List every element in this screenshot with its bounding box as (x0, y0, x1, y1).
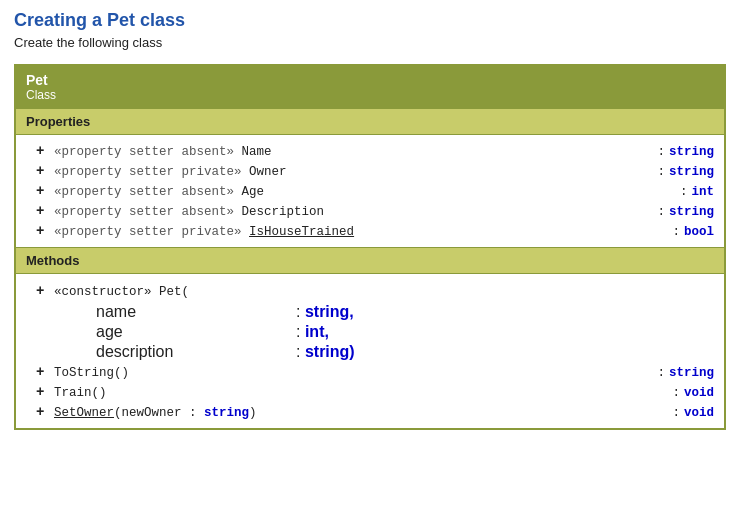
return-type: : void (672, 386, 714, 400)
type-keyword: string (669, 205, 714, 219)
method-return-row: + ToString() : string (16, 362, 724, 382)
property-type: : string (657, 165, 714, 179)
visibility-icon: + (36, 404, 46, 420)
method-name-underline: SetOwner (54, 406, 114, 420)
property-row: + «property setter absent» Name : string (16, 141, 724, 161)
stereotype-label: «property setter absent» (54, 185, 234, 199)
property-type: : bool (672, 225, 714, 239)
methods-body: + «constructor» Pet( name : string, age … (15, 274, 725, 430)
stereotype-label: «property setter absent» (54, 145, 234, 159)
visibility-icon: + (36, 283, 46, 299)
method-signature: ToString() (54, 366, 657, 380)
stereotype-label: «property setter private» (54, 165, 242, 179)
method-params-inline: (newOwner : (114, 406, 204, 420)
param-line: description : string) (96, 342, 724, 362)
page-subtitle: Create the following class (14, 35, 726, 50)
method-return-row: + SetOwner(newOwner : string) : void (16, 402, 724, 422)
class-diagram: Pet Class Properties + «property setter … (14, 64, 726, 430)
method-close: ) (249, 406, 257, 420)
property-definition: «property setter private» IsHouseTrained (54, 225, 672, 239)
colon: : (657, 165, 665, 179)
method-block: + SetOwner(newOwner : string) : void (16, 402, 724, 422)
visibility-icon: + (36, 163, 46, 179)
param-name: age (96, 323, 296, 341)
properties-body: + «property setter absent» Name : string… (15, 135, 725, 248)
param-type: string, (305, 303, 354, 321)
type-keyword: string (669, 145, 714, 159)
property-definition: «property setter absent» Age (54, 185, 680, 199)
class-type: Class (26, 88, 714, 102)
properties-header: Properties (15, 109, 725, 135)
property-row: + «property setter private» IsHouseTrain… (16, 221, 724, 241)
property-definition: «property setter absent» Description (54, 205, 657, 219)
colon: : (296, 303, 300, 321)
visibility-icon: + (36, 223, 46, 239)
visibility-icon: + (36, 384, 46, 400)
property-type: : string (657, 205, 714, 219)
property-row: + «property setter absent» Age : int (16, 181, 724, 201)
method-row: + «constructor» Pet( (16, 280, 724, 302)
type-keyword: void (684, 406, 714, 420)
colon: : (657, 145, 665, 159)
param-type: string) (305, 343, 355, 361)
property-definition: «property setter private» Owner (54, 165, 657, 179)
type-keyword: int (691, 185, 714, 199)
property-row: + «property setter private» Owner : stri… (16, 161, 724, 181)
return-type: : void (672, 406, 714, 420)
type-keyword: bool (684, 225, 714, 239)
type-keyword: string (669, 165, 714, 179)
param-line: age : int, (96, 322, 724, 342)
colon: : (672, 406, 680, 420)
method-signature: Train() (54, 386, 672, 400)
visibility-icon: + (36, 203, 46, 219)
colon: : (672, 386, 680, 400)
param-type: int, (305, 323, 329, 341)
colon: : (296, 323, 300, 341)
param-name: description (96, 343, 296, 361)
colon: : (657, 366, 665, 380)
visibility-icon: + (36, 364, 46, 380)
colon: : (672, 225, 680, 239)
stereotype-label: «property setter private» (54, 225, 242, 239)
method-signature: «constructor» Pet( (54, 285, 189, 299)
property-type: : string (657, 145, 714, 159)
method-block: + Train() : void (16, 382, 724, 402)
colon: : (296, 343, 300, 361)
visibility-icon: + (36, 183, 46, 199)
visibility-icon: + (36, 143, 46, 159)
type-keyword: void (684, 386, 714, 400)
colon: : (680, 185, 688, 199)
param-name: name (96, 303, 296, 321)
property-row: + «property setter absent» Description :… (16, 201, 724, 221)
param-type-inline: string (204, 406, 249, 420)
stereotype-label: «property setter absent» (54, 205, 234, 219)
method-signature: SetOwner(newOwner : string) (54, 406, 672, 420)
class-name: Pet (26, 72, 714, 88)
method-block: + ToString() : string (16, 362, 724, 382)
method-block: + «constructor» Pet( name : string, age … (16, 280, 724, 362)
colon: : (657, 205, 665, 219)
property-type: : int (680, 185, 714, 199)
return-type: : string (657, 366, 714, 380)
type-keyword: string (669, 366, 714, 380)
methods-header: Methods (15, 248, 725, 274)
page-title: Creating a Pet class (14, 10, 726, 31)
method-return-row: + Train() : void (16, 382, 724, 402)
property-definition: «property setter absent» Name (54, 145, 657, 159)
method-params: name : string, age : int, description : … (16, 302, 724, 362)
param-line: name : string, (96, 302, 724, 322)
